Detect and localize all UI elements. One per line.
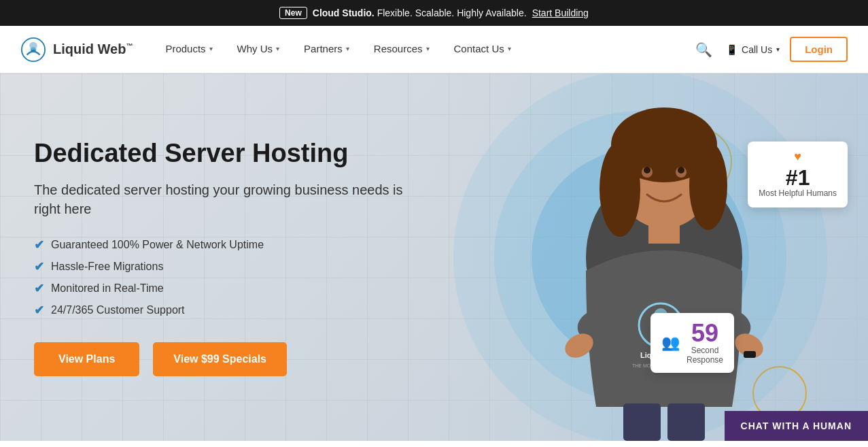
svg-point-19 [644, 167, 650, 173]
people-icon: 👥 [661, 334, 680, 352]
start-building-link[interactable]: Start Building [532, 7, 589, 18]
hero-content: Dedicated Server Hosting The dedicated s… [0, 97, 442, 417]
feature-item-monitoring: ✔ Monitored in Real-Time [34, 281, 408, 296]
chevron-down-icon: ▾ [209, 45, 213, 52]
check-icon: ✔ [34, 237, 44, 252]
nav-item-contact-us[interactable]: Contact Us ▾ [442, 26, 523, 73]
svg-point-20 [678, 167, 684, 173]
feature-item-migrations: ✔ Hassle-Free Migrations [34, 259, 408, 274]
phone-icon: 📱 [726, 44, 737, 55]
logo[interactable]: Liquid Web™ [20, 37, 133, 63]
chat-with-human-bar[interactable]: CHAT WITH A HUMAN [725, 411, 868, 441]
check-icon: ✔ [34, 281, 44, 296]
svg-rect-8 [648, 220, 680, 244]
person-image: Liquid Web THE MOST HELPFUL HUMANS IN HO… [494, 87, 834, 441]
response-badge: 👥 59 Second Response [650, 313, 734, 373]
announcement-bar: New Cloud Studio. Flexible. Scalable. Hi… [0, 0, 868, 26]
chevron-down-icon: ▾ [276, 45, 279, 52]
view-plans-button[interactable]: View Plans [34, 342, 139, 376]
svg-point-6 [600, 142, 640, 237]
rank-number: #1 [759, 167, 837, 188]
hero-subtitle: The dedicated server hosting your growin… [34, 180, 408, 218]
svg-rect-22 [667, 403, 705, 441]
announcement-text: Cloud Studio. Flexible. Scalable. Highly… [313, 7, 527, 18]
hero-section: Dedicated Server Hosting The dedicated s… [0, 73, 868, 441]
view-specials-button[interactable]: View $99 Specials [153, 342, 287, 376]
rank-subtitle: Most Helpful Humans [759, 188, 837, 199]
chevron-down-icon: ▾ [346, 45, 349, 52]
nav-item-resources[interactable]: Resources ▾ [362, 26, 442, 73]
main-nav: Products ▾ Why Us ▾ Partners ▾ Resources… [153, 26, 692, 73]
helpful-badge: ♥ #1 Most Helpful Humans [748, 142, 848, 208]
chevron-down-icon: ▾ [776, 46, 780, 53]
login-button[interactable]: Login [790, 37, 848, 62]
hero-buttons: View Plans View $99 Specials [34, 342, 408, 376]
header: Liquid Web™ Products ▾ Why Us ▾ Partners… [0, 26, 868, 73]
svg-rect-21 [623, 403, 661, 441]
chevron-down-icon: ▾ [508, 45, 511, 52]
svg-point-7 [689, 142, 727, 230]
check-icon: ✔ [34, 259, 44, 274]
check-icon: ✔ [34, 303, 44, 318]
logo-icon [20, 37, 46, 63]
logo-text: Liquid Web™ [53, 42, 133, 57]
hero-right: Liquid Web THE MOST HELPFUL HUMANS IN HO… [392, 73, 868, 441]
feature-item-support: ✔ 24/7/365 Customer Support [34, 303, 408, 318]
new-badge: New [279, 7, 307, 19]
nav-item-partners[interactable]: Partners ▾ [292, 26, 362, 73]
feature-label: Hassle-Free Migrations [51, 261, 163, 273]
heart-icon: ♥ [759, 150, 837, 164]
nav-item-why-us[interactable]: Why Us ▾ [225, 26, 292, 73]
search-icon[interactable]: 🔍 [692, 38, 716, 61]
feature-label: 24/7/365 Customer Support [51, 304, 185, 316]
feature-label: Monitored in Real-Time [51, 282, 164, 295]
call-us-button[interactable]: 📱 Call Us ▾ [726, 44, 780, 55]
hero-features-list: ✔ Guaranteed 100% Power & Network Uptime… [34, 237, 408, 318]
chevron-down-icon: ▾ [426, 45, 430, 52]
response-text: Second Response [687, 346, 723, 365]
response-number: 59 [687, 321, 723, 346]
svg-rect-23 [744, 351, 756, 358]
feature-label: Guaranteed 100% Power & Network Uptime [51, 239, 264, 251]
feature-item-uptime: ✔ Guaranteed 100% Power & Network Uptime [34, 237, 408, 252]
nav-right: 🔍 📱 Call Us ▾ Login [692, 37, 848, 62]
nav-item-products[interactable]: Products ▾ [153, 26, 224, 73]
hero-title: Dedicated Server Hosting [34, 138, 408, 169]
